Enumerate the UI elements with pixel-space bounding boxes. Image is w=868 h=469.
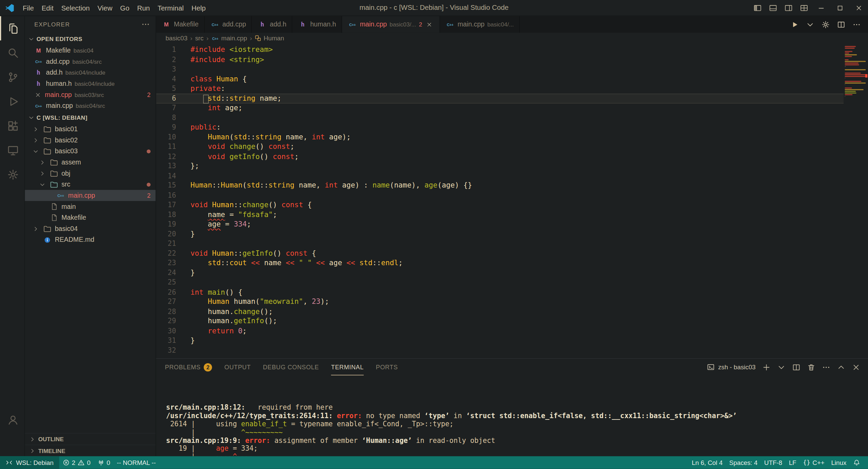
panel-more-actions-icon[interactable] xyxy=(822,363,830,371)
outline-section[interactable]: OUTLINE xyxy=(25,433,155,445)
open-editor-item[interactable]: hhuman.hbasic04/include xyxy=(25,78,155,89)
close-icon[interactable] xyxy=(34,92,42,98)
code-line: }; xyxy=(191,161,844,171)
menu-run[interactable]: Run xyxy=(133,4,154,12)
explorer-actions-icon[interactable] xyxy=(141,20,150,29)
workspace-header[interactable]: C [WSL: DEBIAN] xyxy=(25,111,155,123)
tree-item-assem[interactable]: assem xyxy=(25,157,155,168)
ports-status[interactable]: 0 xyxy=(94,456,114,469)
open-editor-item[interactable]: MMakefilebasic04 xyxy=(25,45,155,56)
status-item-utf-8[interactable]: UTF-8 xyxy=(761,459,786,466)
status-item-linux[interactable]: Linux xyxy=(828,459,850,466)
activity-source-control[interactable] xyxy=(0,65,24,89)
tree-item-basic03[interactable]: basic03 xyxy=(25,145,155,157)
editor-cursor xyxy=(203,94,209,103)
code-editor[interactable]: 1234567891011121314151617181920212223242… xyxy=(156,44,868,358)
activity-extensions[interactable] xyxy=(0,114,24,138)
tab-Makefile[interactable]: MMakefile xyxy=(156,16,204,33)
notifications-bell[interactable] xyxy=(850,459,864,466)
panel-tab-output[interactable]: OUTPUT xyxy=(224,359,251,375)
settings-gear-icon[interactable] xyxy=(822,20,830,28)
run-dropdown-icon[interactable] xyxy=(806,20,814,28)
new-terminal-icon[interactable] xyxy=(762,363,770,371)
problems-status[interactable]: 2 0 xyxy=(59,456,94,469)
toggle-panel-icon[interactable] xyxy=(765,0,781,16)
tree-item-basic04[interactable]: basic04 xyxy=(25,223,155,234)
panel-tab-terminal[interactable]: TERMINAL xyxy=(331,359,364,375)
panel-tab-problems[interactable]: PROBLEMS2 xyxy=(165,359,212,375)
activity-explorer[interactable] xyxy=(0,16,24,40)
explorer-icon xyxy=(7,22,18,34)
status-item-c-[interactable]: {}C++ xyxy=(800,459,828,466)
menu-go[interactable]: Go xyxy=(116,4,133,12)
tab-add.cpp[interactable]: C++add.cpp xyxy=(205,16,252,33)
menu-help[interactable]: Help xyxy=(188,4,210,12)
breadcrumb-Human[interactable]: Human xyxy=(255,35,284,42)
token xyxy=(225,152,230,160)
activity-accounts[interactable] xyxy=(0,408,24,432)
minimize-button[interactable] xyxy=(811,0,830,16)
terminal-output[interactable]: src/main.cpp:18:12: required from here/u… xyxy=(156,375,868,456)
kill-terminal-icon[interactable] xyxy=(807,363,815,371)
status-item-spaces-4[interactable]: Spaces: 4 xyxy=(726,459,761,466)
status-item-ln-6-col-4[interactable]: Ln 6, Col 4 xyxy=(689,459,726,466)
menu-edit[interactable]: Edit xyxy=(38,4,57,12)
open-editors-header[interactable]: OPEN EDITORS xyxy=(25,33,155,45)
tree-item-basic01[interactable]: basic01 xyxy=(25,123,155,135)
toggle-sidebar-icon[interactable] xyxy=(750,0,765,16)
terminal-profile-select[interactable]: zsh - basic03 xyxy=(707,363,755,371)
menu-file[interactable]: File xyxy=(19,4,38,12)
dots-icon[interactable] xyxy=(852,20,861,28)
status-bar-right: Ln 6, Col 4Spaces: 4UTF-8LF{}C++Linux xyxy=(689,459,868,466)
menu-view[interactable]: View xyxy=(94,4,116,12)
token: "fdsafa" xyxy=(238,210,273,218)
panel-tab-debug-console[interactable]: DEBUG CONSOLE xyxy=(263,359,319,375)
tree-item-src[interactable]: src xyxy=(25,179,155,190)
open-editor-item[interactable]: hadd.hbasic04/include xyxy=(25,67,155,78)
maximize-button[interactable] xyxy=(830,0,849,16)
activity-settings-gear[interactable] xyxy=(0,162,24,187)
remote-indicator[interactable]: WSL: Debian xyxy=(0,456,59,469)
panel-tab-ports[interactable]: PORTS xyxy=(376,359,398,375)
activity-remote-explorer[interactable] xyxy=(0,138,24,162)
token: name xyxy=(208,210,225,218)
tree-item-Makefile[interactable]: Makefile xyxy=(25,212,155,223)
tree-item-main[interactable]: main xyxy=(25,201,155,212)
tree-item-main.cpp[interactable]: C++main.cpp2 xyxy=(25,190,155,201)
tree-item-README.md[interactable]: README.md xyxy=(25,234,155,246)
close-icon[interactable] xyxy=(425,21,434,27)
minimap[interactable] xyxy=(844,44,868,358)
code-line xyxy=(191,113,844,122)
run-button[interactable] xyxy=(790,20,798,28)
close-window-button[interactable] xyxy=(849,0,868,16)
tree-item-basic02[interactable]: basic02 xyxy=(25,135,155,146)
vim-mode-indicator[interactable]: -- NORMAL -- xyxy=(114,456,159,469)
menu-terminal[interactable]: Terminal xyxy=(154,4,188,12)
tab-add.h[interactable]: hadd.h xyxy=(252,16,292,33)
split-terminal-icon[interactable] xyxy=(792,363,800,371)
breadcrumb-basic03[interactable]: basic03 xyxy=(165,35,188,42)
open-editor-item[interactable]: C++main.cppbasic04/src xyxy=(25,100,155,112)
tab-main.cpp[interactable]: C++main.cppbasic03/...2 xyxy=(342,16,440,33)
timeline-section[interactable]: TIMELINE xyxy=(25,445,155,456)
toggle-secondary-sidebar-icon[interactable] xyxy=(781,0,796,16)
token xyxy=(191,220,208,228)
tab-main.cpp[interactable]: C++main.cppbasic04/... xyxy=(440,16,520,33)
breadcrumb-main.cpp[interactable]: C++main.cpp xyxy=(211,35,247,42)
tab-human.h[interactable]: hhuman.h xyxy=(293,16,342,33)
split-icon[interactable] xyxy=(837,20,845,28)
activity-search[interactable] xyxy=(0,40,24,65)
tree-item-obj[interactable]: obj xyxy=(25,168,155,179)
activity-run-debug[interactable] xyxy=(0,89,24,114)
customize-layout-icon[interactable] xyxy=(796,0,812,16)
terminal-dropdown-icon[interactable] xyxy=(777,363,785,371)
close-panel-icon[interactable] xyxy=(852,363,860,371)
open-editor-item[interactable]: C++add.cppbasic04/src xyxy=(25,56,155,67)
open-editor-item[interactable]: main.cppbasic03/src2 xyxy=(25,89,155,100)
token xyxy=(247,258,251,267)
breadcrumb-src[interactable]: src xyxy=(195,35,203,42)
status-item-lf[interactable]: LF xyxy=(786,459,800,466)
minimap-line xyxy=(845,81,862,82)
maximize-panel-icon[interactable] xyxy=(837,363,845,371)
menu-selection[interactable]: Selection xyxy=(57,4,94,12)
